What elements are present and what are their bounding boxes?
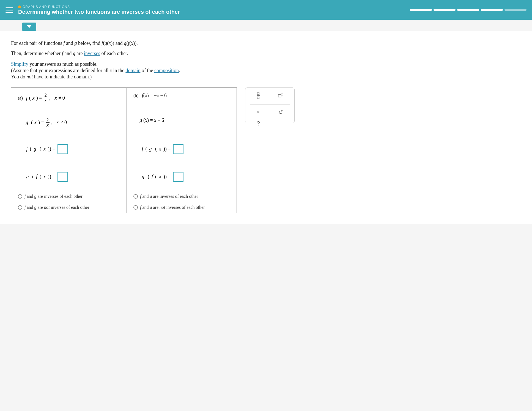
domain-link[interactable]: domain bbox=[125, 68, 140, 73]
part-b-radio1-btn[interactable] bbox=[133, 194, 138, 199]
intro-line1: For each pair of functions f and g below… bbox=[11, 39, 521, 48]
header-title: Determining whether two functions are in… bbox=[18, 9, 180, 15]
var-g: g bbox=[74, 40, 77, 46]
header: GRAPHS AND FUNCTIONS Determining whether… bbox=[0, 0, 532, 20]
part-b-gf-input[interactable] bbox=[173, 172, 183, 182]
category-label: GRAPHS AND FUNCTIONS bbox=[23, 5, 70, 9]
progress-seg-5 bbox=[504, 9, 526, 11]
part-a-radio1-label: f and g are inverses of each other bbox=[24, 194, 83, 199]
frac-2-x-a-g: 2 x bbox=[46, 117, 50, 128]
var-g2: g bbox=[73, 51, 75, 56]
part-a-radio1-row[interactable]: f and g are inverses of each other bbox=[11, 191, 127, 202]
progress-seg-4 bbox=[481, 9, 503, 11]
part-b-radio1-label: f and g are inverses of each other bbox=[140, 194, 198, 199]
math-toolbar: □ □ □□ × ↺ ? bbox=[245, 87, 295, 123]
x1: x bbox=[109, 40, 111, 46]
composition-link[interactable]: composition bbox=[154, 68, 179, 73]
assume-line: (Assume that your expressions are define… bbox=[11, 68, 521, 73]
power-icon: □□ bbox=[278, 93, 283, 99]
dropdown-button[interactable] bbox=[22, 23, 36, 31]
category-dot bbox=[18, 6, 21, 8]
inverses-link[interactable]: inverses bbox=[84, 51, 100, 56]
part-a-f-expr: f(x) = 2 x , x ≠ 0 bbox=[26, 93, 65, 103]
part-a-gf-input[interactable] bbox=[57, 172, 68, 182]
part-a-radio1-cell: f and g are inverses of each other bbox=[11, 191, 127, 202]
main-content: For each pair of functions f and g below… bbox=[0, 31, 532, 224]
part-a-radio2-btn[interactable] bbox=[18, 205, 22, 210]
g-inner: g bbox=[105, 40, 107, 46]
table-row-g-def: g (x) = 2 x , x ≠ 0 g (x) = x − 6 bbox=[11, 110, 237, 135]
part-a-radio2-cell: f and g are not inverses of each other bbox=[11, 202, 127, 213]
part-b-radio1-cell: f and g are inverses of each other bbox=[127, 191, 237, 202]
power-button[interactable]: □□ bbox=[272, 93, 289, 99]
part-a-radio1-btn[interactable] bbox=[18, 194, 22, 199]
part-a-fg: f(g (x)) = bbox=[11, 135, 127, 163]
part-a-label: (a) bbox=[18, 96, 23, 101]
undo-icon: ↺ bbox=[278, 109, 283, 116]
note-line: You do not have to indicate the domain.) bbox=[11, 74, 521, 80]
help-button[interactable]: ? bbox=[251, 120, 266, 127]
undo-button[interactable]: ↺ bbox=[272, 109, 289, 116]
progress-seg-1 bbox=[410, 9, 432, 11]
var-f2: f bbox=[62, 51, 63, 56]
part-a-fg-input[interactable] bbox=[57, 144, 68, 154]
chevron-down-icon bbox=[27, 25, 31, 28]
progress-seg-3 bbox=[457, 9, 479, 11]
part-b-radio2-label: f and g are not inverses of each other bbox=[140, 205, 205, 210]
table-row-radio2: f and g are not inverses of each other f… bbox=[11, 202, 237, 213]
part-a-radio2-row[interactable]: f and g are not inverses of each other bbox=[11, 202, 127, 213]
table-row-gf: g (f(x)) = g (f(x)) = bbox=[11, 163, 237, 191]
fraction-button[interactable]: □ □ bbox=[251, 92, 266, 100]
part-b-g-def: g (x) = x − 6 bbox=[127, 110, 237, 135]
x2: x bbox=[131, 40, 133, 46]
problem-area: (a) f(x) = 2 x , x ≠ 0 bbox=[11, 87, 521, 213]
part-a-radio2-label: f and g are not inverses of each other bbox=[24, 205, 89, 210]
part-b-f-expr: f(x) = −x − 6 bbox=[142, 93, 167, 98]
header-content: GRAPHS AND FUNCTIONS Determining whether… bbox=[18, 5, 180, 15]
toolbar-divider bbox=[250, 104, 290, 105]
simplify-link[interactable]: Simplify bbox=[11, 61, 28, 67]
part-b-radio2-btn[interactable] bbox=[133, 205, 138, 210]
part-a-g-def: g (x) = 2 x , x ≠ 0 bbox=[11, 110, 127, 135]
clear-button[interactable]: × bbox=[251, 109, 266, 115]
fraction-icon: □ □ bbox=[257, 92, 260, 100]
frac-2-x-a: 2 x bbox=[43, 93, 48, 103]
part-a-f-def: (a) f(x) = 2 x , x ≠ 0 bbox=[11, 88, 127, 110]
help-icon: ? bbox=[257, 120, 260, 127]
f-inner: f bbox=[128, 40, 129, 46]
intro-line2: Then, determine whether f and g are inve… bbox=[11, 49, 521, 58]
hamburger-menu[interactable] bbox=[6, 7, 13, 13]
table-row-radio1: f and g are inverses of each other f and… bbox=[11, 191, 237, 202]
dropdown-area bbox=[0, 20, 532, 31]
progress-bar bbox=[410, 9, 526, 11]
part-b-gf: g (f(x)) = bbox=[127, 163, 237, 191]
part-b-f-def: (b) f(x) = −x − 6 bbox=[127, 88, 237, 110]
clear-icon: × bbox=[257, 109, 260, 115]
g-notation: g bbox=[124, 40, 126, 46]
part-b-radio2-row[interactable]: f and g are not inverses of each other bbox=[127, 202, 237, 213]
table-row-fg: f(g (x)) = f(g (x)) = bbox=[11, 135, 237, 163]
progress-seg-2 bbox=[434, 9, 456, 11]
part-b-fg-input[interactable] bbox=[173, 144, 183, 154]
part-b-label: (b) bbox=[133, 93, 139, 98]
header-subtitle: GRAPHS AND FUNCTIONS bbox=[18, 5, 180, 9]
part-b-radio2-cell: f and g are not inverses of each other bbox=[127, 202, 237, 213]
part-b-radio1-row[interactable]: f and g are inverses of each other bbox=[127, 191, 237, 202]
simplify-line: Simplify your answers as much as possibl… bbox=[11, 61, 521, 67]
fg-notation: f bbox=[102, 40, 103, 46]
var-f: f bbox=[63, 40, 65, 46]
table-row-f-def: (a) f(x) = 2 x , x ≠ 0 bbox=[11, 88, 237, 110]
part-b-fg: f(g (x)) = bbox=[127, 135, 237, 163]
part-a-gf: g (f(x)) = bbox=[11, 163, 127, 191]
problem-table: (a) f(x) = 2 x , x ≠ 0 bbox=[11, 87, 237, 213]
